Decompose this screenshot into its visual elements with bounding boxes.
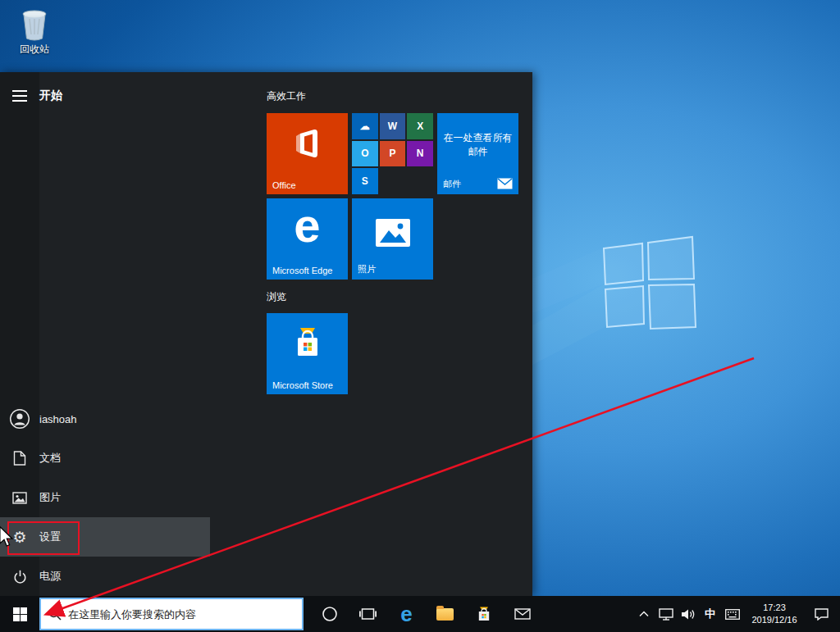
sidebar-item-settings[interactable]: ⚙ 设置 — [0, 517, 210, 557]
onenote-icon: N — [417, 148, 424, 159]
sidebar-item-documents[interactable]: 文档 — [0, 439, 210, 478]
mail-taskbar-button[interactable] — [503, 596, 541, 632]
outlook-icon: O — [361, 148, 368, 159]
mail-icon — [514, 608, 531, 620]
tile-skype[interactable]: S — [352, 168, 378, 194]
touch-keyboard-icon — [725, 609, 740, 620]
settings-gear-icon: ⚙ — [0, 530, 39, 545]
taskbar-search-box[interactable] — [39, 598, 304, 630]
ime-indicator: 中 — [705, 607, 715, 621]
tile-label: Microsoft Edge — [272, 266, 332, 275]
file-explorer-button[interactable] — [426, 596, 464, 632]
tile-label: 照片 — [358, 263, 376, 275]
action-center-button[interactable] — [806, 596, 837, 632]
recycle-bin[interactable]: 回收站 — [11, 7, 57, 57]
edge-e-icon: e — [267, 202, 348, 249]
tray-network-button[interactable] — [655, 596, 677, 632]
powerpoint-icon: P — [389, 148, 395, 159]
documents-icon — [0, 451, 39, 466]
clock-time: 17:23 — [743, 602, 806, 614]
skype-icon: S — [362, 175, 368, 187]
tile-store[interactable]: Microsoft Store — [267, 313, 348, 394]
sidebar-item-label: 设置 — [39, 530, 61, 544]
action-center-icon — [815, 607, 829, 621]
sidebar-item-label: 图片 — [39, 490, 61, 505]
tile-edge[interactable]: e Microsoft Edge — [267, 198, 348, 280]
tray-clock[interactable]: 17:23 2019/12/16 — [743, 602, 806, 626]
sidebar-item-label: iashoah — [39, 413, 77, 425]
tray-ime-button[interactable]: 中 — [699, 596, 721, 632]
start-menu: 开始 iashoah — [0, 72, 532, 596]
tile-label: Office — [272, 180, 296, 190]
start-menu-nav: iashoah 文档 — [0, 399, 210, 596]
photos-icon — [352, 218, 433, 248]
task-view-icon — [359, 607, 377, 621]
mail-envelope-icon — [497, 178, 513, 189]
mail-tile-message: 在一处查看所有邮件 — [442, 131, 514, 159]
taskbar: e — [0, 596, 840, 632]
word-icon: W — [388, 120, 397, 132]
excel-icon: X — [417, 120, 423, 132]
store-bag-icon — [267, 326, 348, 361]
hamburger-icon — [12, 90, 27, 102]
start-menu-header: 开始 — [0, 76, 62, 116]
sidebar-item-label: 文档 — [39, 451, 61, 466]
tray-volume-button[interactable] — [677, 596, 699, 632]
network-icon — [659, 608, 673, 621]
tile-group-office-apps: ☁ W X O P N S — [352, 113, 433, 194]
tile-excel[interactable]: X — [407, 113, 433, 139]
tray-show-hidden-button[interactable] — [632, 596, 655, 632]
edge-taskbar-button[interactable]: e — [387, 596, 426, 632]
task-view-button[interactable] — [349, 596, 387, 632]
user-avatar-icon — [0, 408, 39, 430]
office-logo-icon — [267, 126, 348, 161]
tile-label: 邮件 — [443, 178, 461, 190]
tile-photos[interactable]: 照片 — [352, 198, 433, 280]
start-button[interactable] — [0, 596, 39, 632]
edge-icon: e — [400, 603, 412, 625]
desktop: 回收站 开始 iashoah — [0, 0, 840, 632]
recycle-bin-icon — [20, 7, 49, 41]
tile-outlook[interactable]: O — [352, 141, 378, 167]
windows-start-icon — [13, 607, 27, 621]
hamburger-button[interactable] — [0, 90, 39, 102]
tile-word[interactable]: W — [380, 113, 406, 139]
store-taskbar-button[interactable] — [464, 596, 503, 632]
tile-group-title-productivity: 高效工作 — [267, 89, 306, 103]
onedrive-cloud-icon: ☁ — [360, 120, 370, 132]
search-icon — [48, 607, 62, 621]
tile-label: Microsoft Store — [272, 380, 333, 390]
tile-group-title-browse: 浏览 — [267, 290, 286, 304]
sidebar-item-pictures[interactable]: 图片 — [0, 478, 210, 517]
cortana-icon — [322, 606, 338, 622]
tile-onenote[interactable]: N — [407, 141, 433, 167]
file-explorer-icon — [436, 608, 454, 621]
recycle-bin-label: 回收站 — [11, 43, 57, 57]
power-icon — [0, 570, 39, 584]
clock-date: 2019/12/16 — [743, 614, 806, 626]
start-menu-title: 开始 — [39, 89, 62, 103]
sidebar-item-label: 电源 — [39, 569, 61, 584]
cortana-button[interactable] — [310, 596, 349, 632]
chevron-up-icon — [639, 611, 649, 617]
system-tray: 中 17:23 2019/12/16 — [632, 596, 840, 632]
tile-powerpoint[interactable]: P — [380, 141, 406, 167]
tray-keyboard-button[interactable] — [721, 596, 743, 632]
volume-icon — [681, 608, 696, 621]
tile-mail[interactable]: 在一处查看所有邮件 邮件 — [437, 113, 518, 194]
search-input[interactable] — [68, 608, 294, 621]
sidebar-item-user[interactable]: iashoah — [0, 399, 210, 439]
pictures-icon — [0, 492, 39, 504]
store-icon — [477, 607, 491, 621]
tile-office[interactable]: Office — [267, 113, 348, 194]
tile-onedrive[interactable]: ☁ — [352, 113, 378, 139]
sidebar-item-power[interactable]: 电源 — [0, 557, 210, 596]
